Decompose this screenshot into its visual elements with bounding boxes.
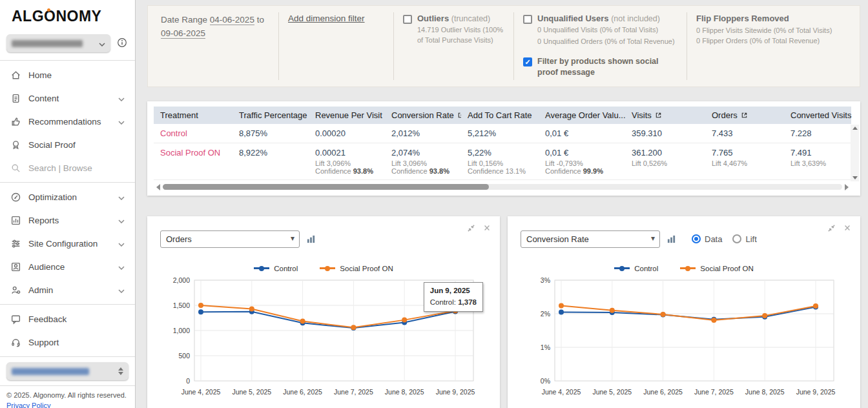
collapse-icon[interactable] — [827, 224, 836, 234]
cell-value: 0,01 € — [539, 124, 625, 143]
metric-select[interactable]: Conversion Rate — [521, 230, 660, 248]
col-converted-visits[interactable]: Converted Visits — [784, 107, 856, 124]
date-to[interactable]: 09-06-2025 — [161, 28, 205, 39]
orders-chart-card: Orders Control Social Proof ON 05001,000… — [147, 216, 500, 408]
chevron-down-icon — [99, 39, 105, 48]
col-treatment[interactable]: Treatment — [154, 107, 232, 124]
legend-item-social-proof-on[interactable]: Social Proof ON — [680, 265, 753, 272]
chart-legend: Control Social Proof ON — [160, 265, 487, 272]
scroll-left-arrow[interactable] — [156, 184, 160, 190]
date-from[interactable]: 04-06-2025 — [210, 15, 254, 25]
scroll-up-arrow[interactable] — [852, 127, 858, 130]
unqualified-note-2: 0 Unqualified Orders (0% of Total Revenu… — [537, 37, 677, 47]
privacy-policy-link[interactable]: Privacy Policy — [0, 402, 135, 408]
chevron-down-icon — [118, 285, 125, 295]
user-account-selector[interactable] — [6, 362, 129, 380]
radio-selected-icon — [692, 234, 701, 243]
legend-item-control[interactable]: Control — [254, 265, 298, 272]
date-range-section: Date Range 04-06-2025 to 09-06-2025 — [152, 12, 278, 80]
outliers-checkbox[interactable] — [403, 15, 412, 24]
cell-value: 5,212% — [461, 124, 539, 143]
filter-bar: Date Range 04-06-2025 to 09-06-2025 Add … — [147, 5, 860, 87]
chevron-down-icon — [118, 239, 125, 249]
flip-floppers-note-1: 0 Flipper Visits Sitewide (0% of Total V… — [696, 26, 847, 36]
sidebar-item-feedback[interactable]: Feedback — [0, 307, 135, 331]
outliers-checkbox-row[interactable]: Outliers (truncated) — [403, 14, 504, 24]
svg-text:2%: 2% — [541, 309, 550, 317]
data-lift-toggle: Data Lift — [692, 234, 757, 244]
flip-floppers-title: Flip Floppers Removed — [696, 14, 847, 23]
close-icon[interactable] — [843, 224, 851, 234]
metric-select[interactable]: Orders — [160, 230, 300, 248]
date-range-label: Date Range — [161, 15, 207, 25]
collapse-icon[interactable] — [467, 224, 475, 234]
col-add-to-cart-rate[interactable]: Add To Cart Rate — [461, 107, 539, 124]
radio-data[interactable]: Data — [692, 234, 722, 244]
site-selector[interactable] — [6, 34, 110, 52]
cell-value: 7.491Lift 3,639% — [784, 143, 856, 179]
sidebar-item-recommendations[interactable]: Recommendations — [0, 110, 135, 133]
scroll-right-arrow[interactable] — [845, 184, 849, 190]
sidebar-item-admin[interactable]: Admin — [0, 278, 135, 301]
chart-type-icon[interactable] — [666, 234, 676, 244]
cell-value: 7.433 — [705, 124, 784, 143]
sidebar-item-support[interactable]: Support — [0, 331, 135, 354]
bar-chart-icon — [10, 215, 21, 226]
scrollbar-thumb[interactable] — [163, 184, 489, 190]
vertical-scrollbar[interactable] — [851, 125, 859, 181]
chevron-down-icon — [118, 216, 125, 225]
thumbs-up-icon — [10, 116, 21, 127]
products-filter-checkbox[interactable] — [523, 57, 532, 66]
sliders-icon — [10, 238, 21, 249]
sidebar-item-reports[interactable]: Reports — [0, 209, 135, 232]
chart-type-icon[interactable] — [306, 234, 316, 244]
svg-text:500: 500 — [178, 351, 190, 359]
svg-text:June 7, 2025: June 7, 2025 — [334, 388, 373, 396]
svg-text:1%: 1% — [541, 343, 550, 351]
badge-icon — [10, 139, 21, 150]
svg-text:June 5, 2025: June 5, 2025 — [592, 388, 632, 396]
sidebar-item-content[interactable]: Content — [0, 87, 135, 110]
horizontal-scrollbar[interactable] — [156, 184, 849, 190]
sidebar-item-search-browse[interactable]: Search | Browse — [0, 156, 135, 179]
legend-item-control[interactable]: Control — [614, 265, 658, 272]
col-revenue-per-visit[interactable]: Revenue Per Visit — [309, 107, 385, 124]
algonomy-logo: ALGONOMY — [0, 0, 135, 30]
add-dimension-filter-link[interactable]: Add dimension filter — [288, 14, 365, 23]
info-icon[interactable] — [117, 37, 127, 50]
col-orders[interactable]: Orders — [705, 107, 784, 124]
sidebar-item-home[interactable]: Home — [0, 63, 135, 87]
close-icon[interactable] — [483, 224, 491, 234]
flip-floppers-section: Flip Floppers Removed 0 Flipper Visits S… — [687, 12, 856, 80]
sidebar-item-social-proof[interactable]: Social Proof — [0, 133, 135, 156]
svg-text:1,000: 1,000 — [173, 326, 190, 334]
chart-tooltip: Jun 9, 2025 Control: 1,378 — [424, 282, 483, 312]
unqualified-checkbox[interactable] — [523, 15, 532, 24]
svg-text:June 9, 2025: June 9, 2025 — [436, 388, 475, 396]
sidebar-item-site-configuration[interactable]: Site Configuration — [0, 232, 135, 255]
radio-lift[interactable]: Lift — [732, 234, 756, 244]
svg-text:2,000: 2,000 — [173, 276, 190, 283]
conversion-line-chart[interactable]: 0%1%2%3%June 4, 2025June 5, 2025June 6, … — [522, 274, 845, 402]
radio-unselected-icon — [732, 234, 741, 243]
metric-select-wrapper: Conversion Rate — [521, 230, 660, 248]
treatment-name: Social Proof ON — [154, 143, 232, 179]
svg-text:June 4, 2025: June 4, 2025 — [181, 388, 221, 396]
sidebar-item-audience[interactable]: Audience — [0, 255, 135, 278]
flip-floppers-note-2: 0 Flipper Orders (0% of Total Revenue) — [696, 36, 847, 46]
svg-text:June 5, 2025: June 5, 2025 — [232, 388, 271, 396]
col-visits[interactable]: Visits — [625, 107, 705, 124]
legend-item-social-proof-on[interactable]: Social Proof ON — [320, 265, 393, 272]
col-conversion-rate[interactable]: Conversion Rate — [385, 107, 461, 124]
scroll-down-arrow[interactable] — [852, 176, 858, 179]
sidebar-item-optimization[interactable]: Optimization — [0, 185, 135, 209]
speech-bubble-icon — [10, 314, 21, 325]
products-filter-row[interactable]: Filter by products shown social proof me… — [523, 56, 677, 79]
svg-text:June 6, 2025: June 6, 2025 — [283, 388, 322, 396]
redacted-site-name — [12, 40, 83, 47]
outliers-note: 14.719 Outlier Visits (100% of Total Pur… — [417, 25, 504, 46]
unqualified-checkbox-row[interactable]: Unqualified Users (not included) — [523, 14, 677, 24]
col-average-order-value[interactable]: Average Order Valu... — [539, 107, 625, 124]
col-traffic-percentage[interactable]: Traffic Percentage — [232, 107, 309, 124]
redacted-user-email — [12, 368, 89, 375]
